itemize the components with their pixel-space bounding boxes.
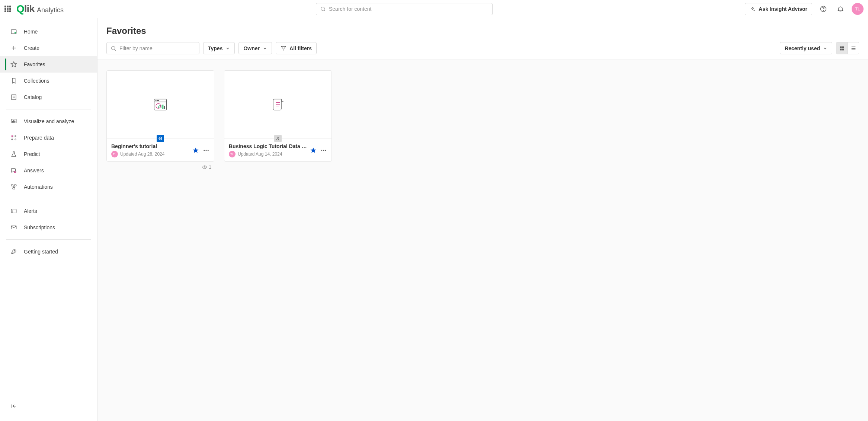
svg-rect-14 [13,121,14,122]
star-filled-icon [192,147,199,154]
content-card[interactable]: Beginner's tutorial TL Updated Aug 28, 2… [106,70,214,162]
sidebar-item-getting-started[interactable]: Getting started [0,243,97,260]
help-button[interactable] [817,3,829,15]
search-input[interactable] [329,6,489,12]
sidebar-item-automations[interactable]: Automations [0,179,97,195]
more-icon [320,147,327,154]
bell-icon [837,5,844,13]
user-avatar[interactable]: TL [852,3,864,15]
card-more-button[interactable] [203,147,209,154]
star-icon [10,61,17,68]
sidebar-item-alerts[interactable]: Alerts [0,203,97,219]
data-flow-icon [10,134,17,141]
collapse-icon [10,403,17,409]
sparkle-icon [750,6,756,12]
svg-rect-31 [11,226,16,229]
sidebar-item-visualize[interactable]: Visualize and analyze [0,113,97,130]
sidebar-item-label: Create [24,45,39,51]
card-preview [224,71,331,139]
svg-point-66 [325,150,326,151]
svg-line-36 [115,50,116,51]
svg-point-62 [277,137,279,138]
chevron-down-icon [823,46,827,51]
sidebar-item-label: Catalog [24,94,42,100]
app-type-badge [157,135,164,142]
app-thumbnail-icon [152,96,169,113]
sidebar-item-catalog[interactable]: Catalog [0,89,97,105]
favorite-toggle[interactable] [310,147,317,154]
ask-insight-advisor-button[interactable]: Ask Insight Advisor [745,3,812,15]
sidebar-item-predict[interactable]: Predict [0,146,97,162]
svg-point-49 [158,100,159,101]
svg-point-65 [323,150,324,151]
svg-line-26 [13,186,14,188]
sort-button[interactable]: Recently used [780,42,832,54]
svg-point-47 [156,100,156,101]
sidebar-item-collections[interactable]: Collections [0,73,97,89]
alert-icon [10,208,17,214]
svg-rect-25 [13,188,15,189]
all-filters-button[interactable]: All filters [276,42,317,54]
filter-input[interactable] [119,45,195,51]
svg-rect-24 [15,185,16,186]
star-filled-icon [310,147,317,154]
sidebar-item-favorites[interactable]: Favorites [0,56,97,73]
sidebar-item-prepare-data[interactable]: Prepare data [0,130,97,146]
automation-icon [10,184,17,190]
owner-avatar: TL [111,151,118,157]
collapse-sidebar-button[interactable] [0,399,97,414]
favorite-toggle[interactable] [192,147,199,154]
card-more-button[interactable] [320,147,327,154]
svg-point-57 [208,150,209,151]
global-search[interactable] [316,3,493,15]
svg-marker-8 [11,62,17,67]
svg-point-17 [15,135,16,137]
svg-marker-63 [311,148,316,153]
mail-icon [10,224,17,231]
sidebar-item-label: Alerts [24,208,37,214]
svg-point-64 [321,150,322,151]
svg-rect-40 [840,48,842,50]
catalog-icon [10,94,17,101]
sidebar-item-label: Favorites [24,61,45,67]
svg-rect-38 [840,46,842,48]
answers-icon [10,167,17,174]
svg-point-19 [15,139,16,140]
help-icon [820,5,827,13]
types-filter-button[interactable]: Types [203,42,235,54]
svg-rect-41 [842,48,844,50]
filter-by-name[interactable] [106,42,199,54]
svg-point-55 [204,150,205,151]
notifications-button[interactable] [835,3,846,15]
svg-point-18 [12,139,13,140]
search-icon [110,45,116,51]
sidebar-item-subscriptions[interactable]: Subscriptions [0,219,97,236]
sidebar-item-create[interactable]: Create [0,40,97,56]
grid-view-button[interactable] [836,42,848,54]
card-title: Beginner's tutorial [111,143,189,149]
more-icon [203,147,209,154]
rocket-icon [10,248,17,255]
card-updated: Updated Aug 14, 2024 [238,152,282,157]
sidebar-item-label: Answers [24,168,44,173]
view-toggle [836,42,859,54]
svg-point-30 [13,212,13,213]
owner-filter-button[interactable]: Owner [238,42,272,54]
eye-icon [202,165,207,170]
plus-icon [10,45,17,51]
script-type-badge [274,135,282,142]
card-title: Business Logic Tutorial Data Prep [229,143,307,149]
sidebar-item-answers[interactable]: Answers [0,162,97,179]
svg-rect-28 [11,209,16,213]
qlik-logo[interactable]: Qlik Analytics [16,3,64,15]
svg-point-3 [823,10,824,11]
svg-point-58 [204,166,206,168]
svg-point-56 [206,150,207,151]
sidebar-item-home[interactable]: Home [0,23,97,40]
owner-avatar: TL [229,151,236,157]
grid-icon [839,45,845,51]
app-launcher-icon[interactable] [4,6,11,12]
list-view-button[interactable] [848,42,859,54]
svg-marker-54 [193,148,199,153]
content-card[interactable]: Business Logic Tutorial Data Prep TL Upd… [224,70,332,162]
